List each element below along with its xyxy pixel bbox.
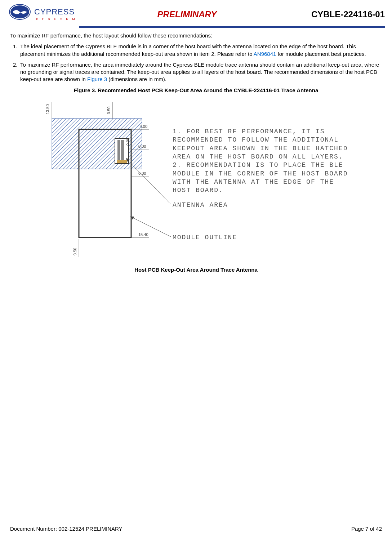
intro-paragraph: To maximize RF performance, the host lay… <box>10 32 382 39</box>
doc-number: Document Number: 002-12524 PRELIMINARY <box>10 526 122 532</box>
svg-line-12 <box>130 217 171 237</box>
link-figure3[interactable]: Figure 3 <box>87 76 107 82</box>
logo-text: CYPRESS <box>34 7 75 16</box>
list-body: To maximize RF performance, the area imm… <box>20 61 382 83</box>
list-item-2: 2. To maximize RF performance, the area … <box>13 61 382 83</box>
antenna-area-label: ANTENNA AREA <box>173 201 228 209</box>
link-an96841[interactable]: AN96841 <box>254 51 276 57</box>
dim-neg4: -4.00 <box>138 124 147 129</box>
list-number: 1. <box>13 43 20 58</box>
figure-note-1: 1. FOR BEST RF PERFORMANCE, IT IS RECOMM… <box>173 128 349 161</box>
logo-block: CYPRESS P E R F O R M <box>7 3 79 26</box>
figure-note-2: 2. RECOMMENDATION IS TO PLACE THE BLE MO… <box>173 161 349 195</box>
figure-notes: 1. FOR BEST RF PERFORMANCE, IT IS RECOMM… <box>173 128 349 195</box>
part-number: CYBLE-224116-01 <box>295 9 385 19</box>
dim-950: 9.50 <box>73 248 77 255</box>
list-body: The ideal placement of the Cypress BLE m… <box>20 43 382 58</box>
dim-1350: 13.50 <box>45 104 50 114</box>
list-item-1: 1. The ideal placement of the Cypress BL… <box>13 43 382 58</box>
dim-1540: 15.40 <box>138 232 148 237</box>
module-outline-label: MODULE OUTLINE <box>173 233 237 242</box>
cypress-logo: CYPRESS P E R F O R M <box>7 3 76 24</box>
antenna-trace-2 <box>121 140 124 160</box>
svg-line-10 <box>126 158 171 204</box>
page-footer: Document Number: 002-12524 PRELIMINARY P… <box>10 526 382 532</box>
logo-subtext: P E R F O R M <box>36 17 76 21</box>
list-text-pre: To maximize RF performance, the area imm… <box>20 62 379 83</box>
figure-caption: Figure 3. Recommended Host PCB Keep-Out … <box>10 87 382 94</box>
dim-0b: 0.00 <box>138 144 146 148</box>
preliminary-label: PRELIMINARY <box>79 9 295 19</box>
dim-050: 0.50 <box>107 106 111 114</box>
antenna-trace-1 <box>117 140 120 160</box>
page-number: Page 7 of 42 <box>351 526 382 532</box>
antenna-pad <box>117 160 127 163</box>
list-text-post: for module placement best practices. <box>276 51 366 57</box>
content: To maximize RF performance, the host lay… <box>0 32 392 273</box>
page-header: CYPRESS P E R F O R M PRELIMINARY CYBLE-… <box>0 0 392 26</box>
list-number: 2. <box>13 61 20 83</box>
header-rule <box>79 26 385 28</box>
figure-subcaption: Host PCB Keep-Out Area Around Trace Ante… <box>10 266 382 273</box>
list-text-post: (dimensions are in mm). <box>107 76 166 82</box>
dim-0a: 0.00 <box>126 138 130 145</box>
figure-3: 13.50 0.50 -4.00 0.00 0.00 6.00 15.40 9.… <box>30 97 362 266</box>
